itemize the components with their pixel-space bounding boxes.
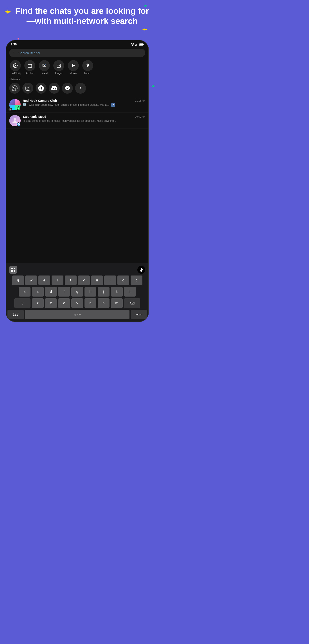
chat-list: +8 Red Hook Camera Club 11:18 AM 🔄 I — [6, 96, 148, 130]
key-return[interactable]: return — [131, 310, 147, 319]
key-a[interactable]: a — [19, 287, 31, 296]
key-x[interactable]: x — [45, 298, 57, 308]
svg-rect-18 — [14, 268, 15, 269]
filter-videos[interactable]: Videos — [67, 60, 80, 74]
chat-time-red-hook: 11:18 AM — [135, 99, 145, 102]
network-whatsapp[interactable] — [9, 83, 20, 94]
key-n[interactable]: n — [98, 298, 110, 308]
avatar-wrapper-red-hook: +8 — [9, 99, 21, 110]
key-w[interactable]: w — [25, 276, 37, 285]
key-z[interactable]: z — [32, 298, 44, 308]
key-i[interactable]: i — [104, 276, 116, 285]
search-input[interactable]: Search Beeper — [19, 51, 142, 55]
keyboard-area: q w e r t y u i o p a s d f g — [6, 263, 148, 322]
filter-videos-icon — [68, 60, 79, 71]
camera-notch — [73, 40, 81, 48]
phone-frame: 9:30 — [6, 40, 149, 322]
key-space[interactable]: space — [25, 310, 130, 319]
wifi-icon — [131, 43, 134, 46]
chat-content-red-hook: Red Hook Camera Club 11:18 AM 🔄 I was th… — [23, 99, 145, 107]
svg-marker-13 — [72, 64, 75, 67]
key-g[interactable]: g — [71, 287, 83, 296]
filter-images-label: Images — [55, 72, 63, 74]
telegram-badge-stephanie — [17, 122, 21, 126]
unread-badge-red-hook: 7 — [111, 103, 115, 107]
chat-item-red-hook[interactable]: +8 Red Hook Camera Club 11:18 AM 🔄 I — [6, 97, 148, 113]
svg-rect-19 — [11, 270, 13, 272]
svg-rect-20 — [14, 270, 15, 272]
key-c[interactable]: c — [58, 298, 70, 308]
filter-low-priority-icon — [10, 60, 21, 71]
key-l[interactable]: l — [124, 287, 136, 296]
chat-content-stephanie: Stephanie Mead 10:59 AM I'll grab some g… — [23, 115, 145, 123]
svg-rect-5 — [143, 44, 144, 45]
network-telegram[interactable] — [36, 83, 47, 94]
svg-rect-3 — [138, 43, 138, 46]
filter-images[interactable]: Images — [53, 60, 65, 74]
network-instagram[interactable] — [22, 83, 33, 94]
key-j[interactable]: j — [98, 287, 110, 296]
svg-rect-11 — [57, 64, 61, 68]
keyboard-row-3: ⇧ z x c v b n m ⌫ — [8, 298, 147, 308]
network-discord[interactable] — [49, 83, 60, 94]
key-s[interactable]: s — [32, 287, 44, 296]
network-more[interactable] — [75, 83, 86, 94]
keyboard-rows: q w e r t y u i o p a s d f g — [8, 276, 147, 319]
key-delete[interactable]: ⌫ — [124, 298, 140, 308]
svg-rect-1 — [136, 44, 137, 46]
svg-point-12 — [58, 64, 58, 65]
key-m[interactable]: m — [111, 298, 123, 308]
key-o[interactable]: o — [117, 276, 129, 285]
key-v[interactable]: v — [71, 298, 83, 308]
avatar-wrapper-stephanie — [9, 115, 21, 126]
keyboard-toolbar — [8, 265, 147, 276]
key-p[interactable]: p — [131, 276, 142, 285]
key-shift[interactable]: ⇧ — [14, 298, 31, 308]
key-t[interactable]: t — [65, 276, 77, 285]
svg-rect-6 — [139, 44, 143, 45]
keyboard-mic-button[interactable] — [137, 266, 145, 274]
key-k[interactable]: k — [111, 287, 123, 296]
key-b[interactable]: b — [85, 298, 96, 308]
svg-point-15 — [27, 87, 29, 89]
chat-item-stephanie[interactable]: Stephanie Mead 10:59 AM I'll grab some g… — [6, 113, 148, 129]
key-q[interactable]: q — [12, 276, 24, 285]
svg-point-10 — [45, 64, 46, 65]
key-y[interactable]: y — [78, 276, 90, 285]
sync-icon-red-hook: 🔄 — [23, 103, 26, 106]
filter-low-priority[interactable]: Low Priority — [9, 60, 22, 74]
chat-header-red-hook: Red Hook Camera Club 11:18 AM — [23, 99, 145, 102]
search-bar[interactable]: ← Search Beeper — [9, 49, 145, 57]
page-wrapper: Find the chats you are looking for—with … — [0, 0, 155, 322]
back-button[interactable]: ← — [13, 51, 16, 55]
svg-rect-9 — [28, 65, 32, 67]
key-r[interactable]: r — [52, 276, 63, 285]
key-f[interactable]: f — [58, 287, 70, 296]
hero-title: Find the chats you are looking for—with … — [0, 6, 155, 26]
keyboard-grid-button[interactable] — [9, 266, 17, 274]
key-h[interactable]: h — [85, 287, 96, 296]
status-bar: 9:30 — [6, 40, 148, 48]
chat-message-red-hook: I was think about how much grain is pres… — [28, 103, 110, 107]
keyboard-row-2: a s d f g h j k l — [8, 287, 147, 296]
dot-decoration-cyan — [152, 85, 155, 87]
svg-point-16 — [29, 87, 30, 87]
status-icons — [131, 43, 144, 46]
filter-location[interactable]: Locat... — [82, 60, 94, 74]
key-d[interactable]: d — [45, 287, 57, 296]
whatsapp-badge-red-hook — [17, 106, 21, 110]
filter-archived[interactable]: Archived — [24, 60, 36, 74]
filter-unread[interactable]: Unread — [38, 60, 51, 74]
signal-icon — [135, 43, 138, 46]
key-u[interactable]: u — [91, 276, 103, 285]
chat-header-stephanie: Stephanie Mead 10:59 AM — [23, 115, 145, 118]
svg-rect-8 — [28, 64, 32, 65]
key-123[interactable]: 123 — [8, 310, 24, 319]
svg-rect-14 — [26, 86, 30, 90]
svg-rect-2 — [137, 44, 137, 46]
key-e[interactable]: e — [38, 276, 50, 285]
filter-location-icon — [82, 60, 93, 71]
filter-images-icon — [53, 60, 64, 71]
status-time: 9:30 — [11, 42, 17, 46]
network-messenger[interactable] — [62, 83, 73, 94]
